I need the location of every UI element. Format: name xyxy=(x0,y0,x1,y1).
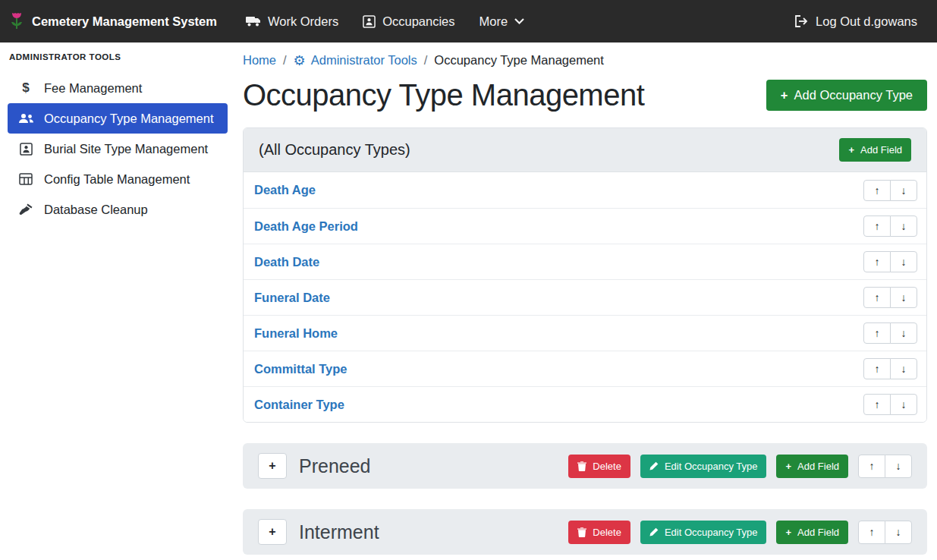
breadcrumb-separator: / xyxy=(424,53,428,68)
move-down-button[interactable]: ↓ xyxy=(890,287,917,308)
field-row: Death Age Period ↑ ↓ xyxy=(244,208,926,244)
move-down-button[interactable]: ↓ xyxy=(890,394,917,415)
sidebar-item-burial-site-type-management[interactable]: Burial Site Type Management xyxy=(8,134,228,164)
occupancy-type-section-interment: + Interment Delete xyxy=(243,509,927,555)
breadcrumb-home-link[interactable]: Home xyxy=(243,53,276,68)
nav-more[interactable]: More xyxy=(467,0,537,42)
move-down-button[interactable]: ↓ xyxy=(890,358,917,379)
nav-work-orders[interactable]: Work Orders xyxy=(234,0,351,42)
field-link[interactable]: Container Type xyxy=(254,398,344,412)
add-field-label: Add Field xyxy=(797,527,839,538)
add-occupancy-type-button[interactable]: + Add Occupancy Type xyxy=(766,80,927,111)
truck-icon xyxy=(246,15,261,27)
add-field-button[interactable]: + Add Field xyxy=(776,521,848,544)
field-link[interactable]: Death Age Period xyxy=(254,219,358,234)
move-up-button[interactable]: ↑ xyxy=(863,180,891,201)
add-field-button[interactable]: + Add Field xyxy=(839,138,911,162)
sidebar-item-label: Config Table Management xyxy=(44,172,190,187)
move-down-button[interactable]: ↓ xyxy=(890,251,917,272)
field-link[interactable]: Committal Type xyxy=(254,362,347,376)
section-title: Preneed xyxy=(299,455,371,477)
field-row: Container Type ↑ ↓ xyxy=(244,386,926,422)
field-link[interactable]: Death Date xyxy=(254,255,319,269)
sidebar-item-label: Database Cleanup xyxy=(44,203,148,217)
nav-occupancies[interactable]: Occupancies xyxy=(351,0,467,42)
move-up-button[interactable]: ↑ xyxy=(863,358,891,379)
reorder-controls: ↑ ↓ xyxy=(863,251,917,272)
field-row: Death Date ↑ ↓ xyxy=(244,244,926,279)
edit-occupancy-type-label: Edit Occupancy Type xyxy=(665,461,758,472)
section-actions: Delete Edit Occupancy Type + Add Field ↑ xyxy=(568,455,912,478)
move-down-button[interactable]: ↓ xyxy=(885,521,912,544)
reorder-controls: ↑ ↓ xyxy=(863,216,917,237)
move-up-button[interactable]: ↑ xyxy=(863,394,891,415)
add-field-button[interactable]: + Add Field xyxy=(776,455,848,478)
field-link[interactable]: Funeral Home xyxy=(254,326,338,341)
expand-button[interactable]: + xyxy=(258,453,287,479)
sidebar-item-label: Occupancy Type Management xyxy=(44,112,214,126)
sidebar-item-config-table-management[interactable]: Config Table Management xyxy=(8,164,228,194)
add-field-label: Add Field xyxy=(797,461,839,472)
field-row: Funeral Home ↑ ↓ xyxy=(244,315,926,351)
reorder-controls: ↑ ↓ xyxy=(863,180,917,201)
edit-occupancy-type-button[interactable]: Edit Occupancy Type xyxy=(640,455,767,478)
main-content: Home / ⚙ Administrator Tools / Occupancy… xyxy=(235,42,937,560)
sidebar-item-label: Burial Site Type Management xyxy=(44,142,208,156)
breadcrumb: Home / ⚙ Administrator Tools / Occupancy… xyxy=(243,53,927,68)
field-row: Funeral Date ↑ ↓ xyxy=(244,279,926,315)
plus-icon: + xyxy=(848,144,854,156)
admin-tools-sidebar: ADMINISTRATOR TOOLS $ Fee Management Occ… xyxy=(0,42,235,560)
logout-button[interactable]: Log Out d.gowans xyxy=(794,0,917,42)
sidebar-item-database-cleanup[interactable]: Database Cleanup xyxy=(8,194,228,225)
nav-more-label: More xyxy=(480,14,508,29)
section-title: Interment xyxy=(299,521,379,543)
move-down-button[interactable]: ↓ xyxy=(890,216,917,237)
person-in-frame-icon xyxy=(363,15,376,28)
move-up-button[interactable]: ↑ xyxy=(863,287,891,308)
move-up-button[interactable]: ↑ xyxy=(858,455,885,478)
expand-button[interactable]: + xyxy=(258,519,287,545)
edit-occupancy-type-label: Edit Occupancy Type xyxy=(665,527,758,538)
move-up-button[interactable]: ↑ xyxy=(863,251,891,272)
edit-occupancy-type-button[interactable]: Edit Occupancy Type xyxy=(640,521,767,544)
delete-label: Delete xyxy=(593,461,621,472)
breadcrumb-current: Occupancy Type Management xyxy=(434,53,604,68)
trash-icon xyxy=(577,527,586,537)
pencil-icon xyxy=(649,527,659,536)
plus-icon: + xyxy=(781,88,788,102)
move-down-button[interactable]: ↓ xyxy=(890,322,917,344)
sidebar-item-fee-management[interactable]: $ Fee Management xyxy=(8,73,228,103)
field-link[interactable]: Funeral Date xyxy=(254,291,330,305)
delete-button[interactable]: Delete xyxy=(568,455,630,478)
sidebar-item-occupancy-type-management[interactable]: Occupancy Type Management xyxy=(8,103,228,134)
move-down-button[interactable]: ↓ xyxy=(885,455,912,478)
add-occupancy-type-label: Add Occupancy Type xyxy=(794,88,913,102)
move-down-button[interactable]: ↓ xyxy=(890,180,917,201)
move-up-button[interactable]: ↑ xyxy=(863,322,891,344)
gear-icon: ⚙ xyxy=(294,54,306,68)
reorder-controls: ↑ ↓ xyxy=(863,322,917,344)
logout-label: Log Out d.gowans xyxy=(816,14,917,29)
field-list: Death Age ↑ ↓ Death Age Period ↑ ↓ Death… xyxy=(244,172,926,422)
delete-button[interactable]: Delete xyxy=(568,521,630,544)
occupancy-type-section-preneed: + Preneed Delete xyxy=(243,443,927,489)
plus-icon: + xyxy=(785,461,791,472)
move-up-button[interactable]: ↑ xyxy=(858,521,885,544)
reorder-controls: ↑ ↓ xyxy=(863,358,917,379)
sidebar-heading: ADMINISTRATOR TOOLS xyxy=(0,52,235,61)
chevron-down-icon xyxy=(514,18,524,24)
top-nav-links: Work Orders Occupancies More xyxy=(234,0,536,42)
plus-icon: + xyxy=(785,527,791,538)
reorder-controls: ↑ ↓ xyxy=(858,455,912,478)
app-brand[interactable]: Cemetery Management System xyxy=(9,11,217,31)
field-row: Death Age ↑ ↓ xyxy=(244,172,926,208)
reorder-controls: ↑ ↓ xyxy=(863,287,917,308)
breadcrumb-admin-tools-link[interactable]: ⚙ Administrator Tools xyxy=(294,53,417,68)
dollar-icon: $ xyxy=(17,80,34,96)
add-field-label: Add Field xyxy=(860,144,902,156)
top-navbar: Cemetery Management System Work Orders xyxy=(0,0,937,42)
move-up-button[interactable]: ↑ xyxy=(863,216,891,237)
field-link[interactable]: Death Age xyxy=(254,183,316,197)
tulip-logo-icon xyxy=(9,11,24,31)
card-header: (All Occupancy Types) + Add Field xyxy=(244,128,926,172)
